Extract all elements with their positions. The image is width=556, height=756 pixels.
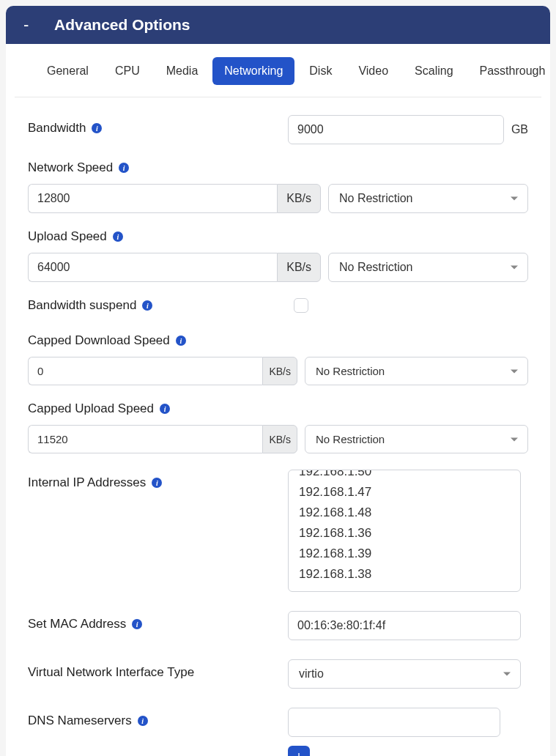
upload-speed-label: Upload Speed xyxy=(28,229,107,244)
tab-networking[interactable]: Networking xyxy=(212,57,294,85)
bandwidth-suspend-field: Bandwidth suspend i xyxy=(28,298,528,313)
internal-ip-list[interactable]: 192.168.1.50 192.168.1.47 192.168.1.48 1… xyxy=(288,470,521,592)
advanced-options-panel: - Advanced Options General CPU Media Net… xyxy=(6,6,550,756)
networking-content: Bandwidth i GB Network Speed i KB/s xyxy=(6,97,550,756)
bandwidth-field: Bandwidth i GB xyxy=(28,115,528,144)
capped-download-unit: KB/s xyxy=(262,357,297,385)
tab-general[interactable]: General xyxy=(35,57,100,85)
info-icon[interactable]: i xyxy=(142,300,152,311)
tab-cpu[interactable]: CPU xyxy=(103,57,152,85)
info-icon[interactable]: i xyxy=(113,231,123,242)
ip-item[interactable]: 192.168.1.48 xyxy=(289,503,520,523)
upload-speed-field: Upload Speed i KB/s No Restriction xyxy=(28,229,528,282)
capped-download-input[interactable] xyxy=(28,357,262,385)
mac-input[interactable] xyxy=(288,611,521,640)
capped-upload-restriction-select[interactable]: No Restriction xyxy=(305,425,528,453)
network-speed-input[interactable] xyxy=(28,184,277,213)
ip-item[interactable]: 192.168.1.38 xyxy=(289,564,520,585)
tab-scaling[interactable]: Scaling xyxy=(403,57,464,85)
network-speed-field: Network Speed i KB/s No Restriction xyxy=(28,160,528,213)
ip-item[interactable]: 192.168.1.47 xyxy=(289,482,520,503)
vnic-field: Virtual Network Interface Type virtio xyxy=(28,659,528,689)
vnic-label: Virtual Network Interface Type xyxy=(28,665,194,680)
capped-upload-field: Capped Upload Speed i KB/s No Restrictio… xyxy=(28,401,528,453)
bandwidth-input[interactable] xyxy=(288,115,504,144)
capped-download-field: Capped Download Speed i KB/s No Restrict… xyxy=(28,333,528,385)
ip-item[interactable]: 192.168.1.39 xyxy=(289,544,520,564)
info-icon[interactable]: i xyxy=(119,163,129,173)
network-speed-label: Network Speed xyxy=(28,160,113,175)
ip-item[interactable]: 192.168.1.36 xyxy=(289,523,520,544)
capped-download-restriction-select[interactable]: No Restriction xyxy=(305,357,528,385)
info-icon[interactable]: i xyxy=(160,404,170,414)
internal-ip-field: Internal IP Addresses i 192.168.1.50 192… xyxy=(28,470,528,592)
bandwidth-unit: GB xyxy=(504,123,528,136)
tab-disk[interactable]: Disk xyxy=(297,57,344,85)
dns-label: DNS Nameservers xyxy=(28,714,132,728)
capped-upload-unit: KB/s xyxy=(262,425,297,453)
collapse-icon: - xyxy=(23,15,32,34)
info-icon[interactable]: i xyxy=(92,123,102,133)
capped-download-label: Capped Download Speed xyxy=(28,333,170,348)
upload-speed-restriction-select[interactable]: No Restriction xyxy=(328,253,528,282)
tab-media[interactable]: Media xyxy=(155,57,210,85)
mac-label: Set MAC Address xyxy=(28,617,126,631)
info-icon[interactable]: i xyxy=(176,336,186,346)
network-speed-unit: KB/s xyxy=(277,184,321,213)
bandwidth-label: Bandwidth xyxy=(28,121,86,136)
panel-title: Advanced Options xyxy=(54,16,190,34)
vnic-select[interactable]: virtio xyxy=(288,659,521,689)
info-icon[interactable]: i xyxy=(138,716,148,726)
info-icon[interactable]: i xyxy=(132,619,142,629)
bandwidth-suspend-label: Bandwidth suspend xyxy=(28,298,136,313)
internal-ip-label: Internal IP Addresses xyxy=(28,475,146,490)
upload-speed-input[interactable] xyxy=(28,253,277,282)
network-speed-restriction-select[interactable]: No Restriction xyxy=(328,184,528,213)
capped-upload-input[interactable] xyxy=(28,425,262,453)
upload-speed-unit: KB/s xyxy=(277,253,321,282)
tab-video[interactable]: Video xyxy=(346,57,400,85)
ip-item[interactable]: 192.168.1.50 xyxy=(289,470,520,482)
add-dns-button[interactable]: + xyxy=(288,746,310,756)
tab-bar: General CPU Media Networking Disk Video … xyxy=(15,44,541,97)
panel-header[interactable]: - Advanced Options xyxy=(6,6,550,44)
capped-upload-label: Capped Upload Speed xyxy=(28,401,154,416)
dns-field: DNS Nameservers i + xyxy=(28,708,528,756)
tab-passthrough[interactable]: Passthrough xyxy=(468,57,550,85)
info-icon[interactable]: i xyxy=(152,478,162,488)
dns-input[interactable] xyxy=(288,708,500,737)
bandwidth-suspend-checkbox[interactable] xyxy=(294,298,308,313)
mac-field: Set MAC Address i xyxy=(28,611,528,640)
